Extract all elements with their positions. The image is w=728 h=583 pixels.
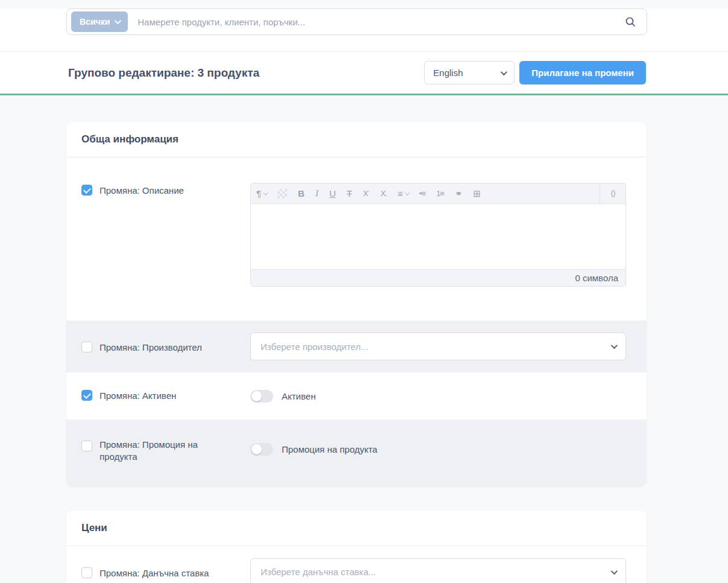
active-toggle-label: Активен (282, 391, 315, 401)
chevron-down-icon (263, 190, 268, 195)
change-active-label: Промяна: Активен (100, 390, 176, 402)
change-promotion-label: Промяна: Промоция на продукта (100, 439, 226, 464)
main-content: Обща информация Промяна: Описание ¶ (0, 95, 728, 583)
global-search: Всички (66, 8, 647, 35)
change-manufacturer-label: Промяна: Производител (100, 342, 202, 354)
tax-rate-select-placeholder: Изберете данъчна ставка... (261, 567, 376, 577)
search-scope-button[interactable]: Всички (71, 11, 128, 32)
tax-rate-select[interactable]: Изберете данъчна ставка... (250, 558, 626, 583)
search-icon[interactable] (625, 16, 636, 27)
manufacturer-row: Промяна: Производител Изберете производи… (66, 320, 647, 372)
paragraph-format-icon[interactable]: ¶ (251, 183, 272, 204)
apply-changes-button[interactable]: Прилагане на промени (519, 61, 646, 84)
view-html-icon[interactable]: ⟨⟩ (600, 183, 625, 204)
table-icon[interactable]: ⊞ (468, 183, 487, 204)
underline-icon[interactable]: U (324, 183, 341, 204)
change-promotion-checkbox[interactable] (81, 441, 92, 451)
language-select[interactable]: English (424, 61, 514, 84)
promotion-row: Промяна: Промоция на продукта Промоция н… (66, 419, 647, 486)
active-toggle[interactable] (250, 390, 273, 403)
editor-toolbar: ¶ B I U (251, 183, 625, 204)
superscript-icon[interactable]: X˙ (358, 183, 375, 204)
change-tax-rate-label: Промяна: Данъчна ставка (100, 567, 209, 579)
editor-content-area[interactable] (251, 204, 625, 269)
chevron-down-icon (501, 68, 507, 75)
strikethrough-icon[interactable]: T (341, 183, 358, 204)
change-active-checkbox[interactable] (81, 390, 92, 401)
ordered-list-icon[interactable]: 1≡ (431, 183, 449, 204)
prices-card: Цени Промяна: Данъчна ставка Изберете да… (66, 511, 647, 583)
change-description-checkbox[interactable] (81, 185, 92, 196)
unordered-list-icon[interactable]: •≡ (414, 183, 431, 204)
change-manufacturer-checkbox[interactable] (81, 342, 92, 352)
editor-char-counter: 0 символа (251, 269, 625, 286)
page-title: Групово редактиране: 3 продукта (68, 66, 259, 80)
chevron-down-icon (115, 18, 121, 24)
manufacturer-select-placeholder: Изберете производител... (261, 342, 368, 352)
chevron-down-icon (611, 342, 618, 349)
topbar: Всички (0, 8, 728, 52)
promotion-toggle-label: Промоция на продукта (282, 444, 378, 454)
bold-icon[interactable]: B (293, 183, 310, 204)
general-info-card: Обща информация Промяна: Описание ¶ (66, 122, 647, 486)
manufacturer-select[interactable]: Изберете производител... (250, 333, 626, 360)
italic-icon[interactable]: I (310, 183, 324, 204)
description-row: Промяна: Описание ¶ B (66, 158, 647, 320)
change-description-label: Промяна: Описание (100, 185, 184, 197)
description-editor: ¶ B I U (250, 183, 626, 287)
search-input[interactable] (128, 17, 625, 27)
insert-image-icon[interactable] (272, 183, 293, 204)
prices-card-title: Цени (66, 511, 647, 546)
change-tax-rate-checkbox[interactable] (81, 567, 92, 578)
tax-rate-row: Промяна: Данъчна ставка Изберете данъчна… (66, 546, 647, 583)
align-icon[interactable]: ≡ (392, 183, 414, 204)
search-scope-label: Всички (80, 17, 110, 27)
subscript-icon[interactable]: X. (375, 183, 392, 204)
active-row: Промяна: Активен Активен (66, 372, 647, 419)
promotion-toggle[interactable] (250, 443, 273, 456)
page-header: Групово редактиране: 3 продукта English … (0, 52, 728, 95)
language-select-value: English (433, 68, 463, 78)
general-info-card-title: Обща информация (66, 122, 647, 158)
chevron-down-icon (405, 190, 410, 195)
chevron-down-icon (611, 567, 618, 574)
link-icon[interactable]: ⚭ (449, 183, 468, 204)
